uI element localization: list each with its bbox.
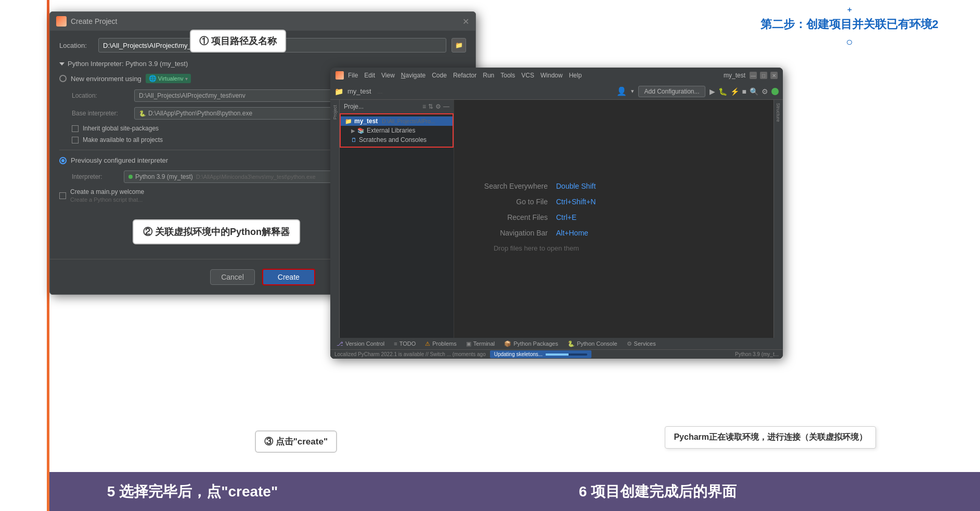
- search-icon[interactable]: 🔍: [750, 87, 758, 96]
- menu-run[interactable]: Run: [483, 72, 494, 79]
- project-collapse-icon[interactable]: ⇅: [428, 103, 433, 110]
- menu-navigate[interactable]: Navigate: [401, 72, 425, 79]
- tree-ext-libs-icon: 📚: [357, 127, 365, 134]
- project-panel-icons: ≡ ⇅ ⚙ —: [422, 103, 449, 110]
- annotation-bubble-1: ① 项目路径及名称: [190, 30, 286, 53]
- annotation-3-text: ③ 点击"create": [264, 437, 328, 447]
- tab-python-console[interactable]: 🐍 Python Console: [563, 339, 622, 348]
- ide-right-sidebar: Structure: [773, 100, 783, 342]
- inherit-global-checkbox[interactable]: [72, 125, 79, 132]
- structure-tab[interactable]: Structure: [774, 100, 782, 125]
- tree-item-scratches[interactable]: 🗒 Scratches and Consoles: [341, 135, 453, 145]
- top-right-annotation: ＋ 第二步：创建项目并关联已有环境2 ○: [760, 5, 938, 49]
- menu-edit[interactable]: Edit: [364, 72, 375, 79]
- tab-vc-label: Version Control: [345, 340, 384, 347]
- folder-icon: 📁: [455, 42, 463, 49]
- menu-code[interactable]: Code: [432, 72, 447, 79]
- project-tab-label[interactable]: Project: [332, 105, 338, 120]
- menu-window[interactable]: Window: [540, 72, 563, 79]
- interpreter-header-text: Python Interpreter: Python 3.9 (my_test): [68, 60, 188, 68]
- tab-todo[interactable]: ≡ TODO: [390, 339, 420, 348]
- toolbar-action-icons: ▶ 🐛 ⚡ ■ 🔍 ⚙: [710, 87, 779, 96]
- ide-close-button[interactable]: ✕: [770, 72, 778, 79]
- ide-left-sidebar: Project: [330, 100, 340, 342]
- tab-todo-label: TODO: [399, 340, 416, 347]
- bottom-caption-left: 5 选择完毕后，点"create": [49, 472, 336, 511]
- project-list-view-icon[interactable]: ≡: [422, 103, 426, 110]
- shortcut-nav-keys: Alt+Home: [556, 229, 588, 237]
- updating-skeletons-bar: Updating skeletons...: [490, 350, 591, 358]
- tab-version-control[interactable]: ⎇ Version Control: [332, 339, 389, 348]
- ide-main-area: Search Everywhere Double Shift Go to Fil…: [454, 100, 773, 342]
- tab-services-label: Services: [634, 340, 656, 347]
- menu-tools[interactable]: Tools: [500, 72, 515, 79]
- problems-icon: ⚠: [425, 340, 430, 347]
- stop-icon[interactable]: ■: [742, 87, 746, 96]
- console-icon: 🐍: [568, 340, 575, 347]
- toolbar-user-icon[interactable]: 👤: [616, 86, 627, 96]
- dialog-title-bar: Create Project ✕: [50, 12, 475, 31]
- debug-icon[interactable]: 🐛: [718, 87, 727, 96]
- create-button[interactable]: Create: [262, 269, 315, 285]
- location-label: Location:: [59, 42, 93, 49]
- terminal-icon: ▣: [466, 340, 471, 347]
- tree-item-mytest[interactable]: 📁 my_test D:\All_Projects\AIPro...: [341, 116, 453, 126]
- tree-item-external-libs[interactable]: ▶ 📚 External Libraries: [341, 126, 453, 135]
- project-tree: 📁 my_test D:\All_Projects\AIPro... ▶ 📚 E…: [340, 113, 454, 148]
- tab-terminal[interactable]: ▣ Terminal: [462, 339, 499, 348]
- folder-browse-button[interactable]: 📁: [452, 38, 466, 53]
- cancel-button[interactable]: Cancel: [210, 269, 255, 285]
- bottom-caption-right: 6 项目创建完成后的界面: [336, 472, 980, 511]
- ide-window: File Edit View Navigate Code Refactor Ru…: [330, 68, 783, 359]
- tree-item-ext-libs-label: External Libraries: [367, 127, 415, 134]
- status-localized-text: Localized PyCharm 2022.1 is available //…: [334, 351, 486, 357]
- menu-refactor[interactable]: Refactor: [453, 72, 476, 79]
- tree-item-name-mytest: my_test: [354, 117, 378, 125]
- ide-minimize-button[interactable]: —: [750, 72, 757, 79]
- menu-help[interactable]: Help: [569, 72, 582, 79]
- tab-services[interactable]: ⚙ Services: [623, 339, 660, 348]
- shortcut-nav-label: Navigation Bar: [465, 229, 548, 237]
- toolbar-dropdown: ▾: [631, 88, 634, 95]
- add-configuration-button[interactable]: Add Configuration...: [638, 86, 705, 97]
- ide-project-name: my_test: [724, 72, 745, 79]
- bottom-caption-right-text: 6 项目创建完成后的界面: [579, 482, 737, 502]
- prev-configured-label: Previously configured interpreter: [71, 156, 168, 164]
- ide-toolbar: 📁 my_test ... 👤 ▾ Add Configuration... ▶…: [330, 83, 783, 100]
- annotation-2-text: ② 关联虚拟环境中的Python解释器: [143, 227, 290, 237]
- menu-vcs[interactable]: VCS: [521, 72, 534, 79]
- project-panel-title: Proje...: [344, 103, 364, 110]
- virtualenv-badge[interactable]: 🌐 Virtualenv ▾: [146, 74, 191, 83]
- shortcut-nav-bar: Navigation Bar Alt+Home: [465, 229, 763, 237]
- make-available-checkbox[interactable]: [72, 137, 79, 143]
- packages-icon: 📦: [504, 340, 511, 347]
- new-env-radio[interactable]: [59, 75, 67, 82]
- project-settings-icon[interactable]: ⚙: [435, 103, 441, 110]
- create-main-py-checkbox[interactable]: [59, 192, 66, 199]
- git-icon: ⎇: [337, 340, 343, 347]
- tab-console-label: Python Console: [577, 340, 617, 347]
- venv-location-label: Location:: [72, 92, 129, 99]
- menu-file[interactable]: File: [348, 72, 358, 79]
- ide-bottom-section: ⎇ Version Control ≡ TODO ⚠ Problems ▣ Te…: [330, 338, 783, 359]
- tab-python-packages[interactable]: 📦 Python Packages: [500, 339, 562, 348]
- ide-logo: [336, 71, 344, 80]
- updating-text: Updating skeletons...: [494, 351, 543, 357]
- ide-maximize-button[interactable]: □: [760, 72, 767, 79]
- prev-configured-radio[interactable]: [59, 157, 67, 164]
- dialog-close-button[interactable]: ✕: [462, 17, 469, 27]
- triangle-down-icon: [59, 62, 65, 65]
- run-icon[interactable]: ▶: [710, 87, 715, 96]
- base-interp-value: D:\AllApp\Python\Python8\python.exe: [148, 110, 252, 117]
- coverage-icon[interactable]: ⚡: [730, 87, 739, 96]
- ide-title-bar: File Edit View Navigate Code Refactor Ru…: [330, 68, 783, 83]
- bottom-caption-left-text: 5 选择完毕后，点"create": [107, 482, 278, 502]
- tree-folder-icon: 📁: [345, 118, 352, 125]
- tab-problems[interactable]: ⚠ Problems: [421, 339, 460, 348]
- project-close-icon[interactable]: —: [443, 103, 449, 110]
- settings-icon[interactable]: ⚙: [762, 87, 768, 96]
- ide-menu-bar: File Edit View Navigate Code Refactor Ru…: [348, 72, 582, 79]
- menu-view[interactable]: View: [381, 72, 395, 79]
- interpreter-header[interactable]: Python Interpreter: Python 3.9 (my_test): [59, 60, 466, 68]
- services-icon: ⚙: [627, 340, 632, 347]
